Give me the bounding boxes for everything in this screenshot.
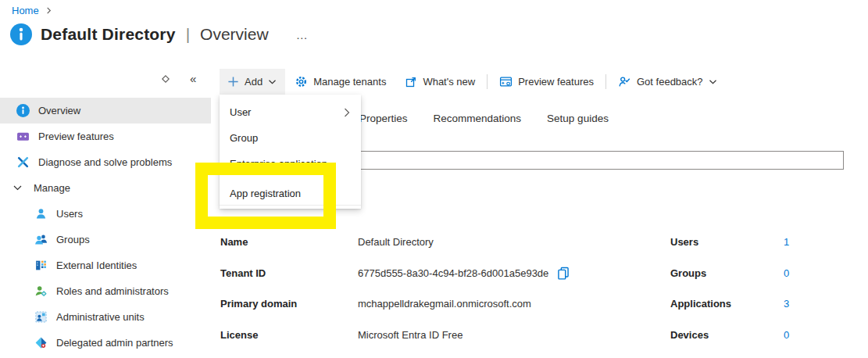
page-header: Default Directory | Overview …: [10, 23, 309, 45]
roles-administrators-icon: [34, 285, 48, 298]
window-gear-icon: [499, 75, 513, 88]
sidebar-group-manage[interactable]: Manage: [0, 175, 211, 201]
tools-icon: [16, 156, 30, 169]
add-dropdown-menu: User Group Enterprise application App re…: [220, 95, 361, 209]
info-icon: [10, 23, 32, 45]
external-link-icon: [405, 76, 417, 88]
devices-count-link[interactable]: 0: [784, 329, 789, 341]
sidebar-item-administrative-units[interactable]: Administrative units: [0, 304, 211, 330]
sidebar-item-overview[interactable]: Overview: [0, 98, 211, 124]
groups-count-link[interactable]: 0: [784, 267, 789, 279]
page-title: Default Directory: [41, 25, 176, 44]
stat-row-users: Users 1: [670, 227, 789, 258]
copy-icon[interactable]: [556, 266, 570, 280]
gear-icon: [295, 75, 308, 88]
tab-recommendations[interactable]: Recommendations: [434, 113, 522, 124]
toolbar-separator: [605, 74, 606, 89]
got-feedback-button[interactable]: Got feedback?: [609, 69, 727, 95]
menu-item-user[interactable]: User: [220, 99, 361, 125]
tab-setup-guides[interactable]: Setup guides: [547, 113, 609, 124]
field-row-license: License Microsoft Entra ID Free: [220, 320, 570, 351]
sidebar-item-preview-features[interactable]: Preview features: [0, 124, 211, 149]
chevron-down-icon: [709, 79, 717, 85]
preview-features-icon: [16, 130, 30, 143]
stat-row-groups: Groups 0: [670, 258, 789, 289]
sidebar-item-users[interactable]: Users: [0, 201, 211, 227]
title-separator: |: [186, 25, 190, 44]
external-identities-icon: [34, 259, 48, 272]
chevron-right-icon: [45, 7, 52, 14]
command-bar: Add Manage tenants What's new: [220, 69, 727, 95]
chevron-down-icon: [13, 184, 23, 192]
menu-gap: [220, 177, 361, 182]
manage-tenants-button[interactable]: Manage tenants: [285, 69, 395, 95]
pin-icon[interactable]: [162, 75, 170, 83]
tenant-details: Name Default Directory Tenant ID 6775d55…: [220, 227, 570, 350]
chevron-down-icon: [268, 79, 277, 85]
field-row-primary-domain: Primary domain mchappelldrakegmail.onmic…: [220, 288, 570, 320]
group-icon: [34, 233, 48, 246]
users-count-link[interactable]: 1: [784, 236, 789, 248]
tab-bar: Properties Recommendations Setup guides: [359, 113, 609, 124]
delegated-admin-partners-icon: [34, 336, 48, 349]
toolbar-separator: [487, 74, 488, 89]
sidebar-item-groups[interactable]: Groups: [0, 227, 211, 252]
sidebar-item-roles-administrators[interactable]: Roles and administrators: [0, 278, 211, 304]
stat-row-applications: Applications 3: [670, 288, 789, 320]
breadcrumb: Home: [12, 5, 52, 16]
applications-count-link[interactable]: 3: [784, 298, 789, 310]
tab-properties[interactable]: Properties: [359, 113, 408, 124]
person-feedback-icon: [618, 75, 631, 88]
sidebar-item-diagnose-solve-problems[interactable]: Diagnose and solve problems: [0, 149, 211, 175]
chevron-right-icon: [343, 108, 351, 117]
page-subtitle: Overview: [200, 25, 269, 44]
sidebar-item-external-identities[interactable]: External Identities: [0, 252, 211, 278]
administrative-units-icon: [34, 310, 48, 324]
add-button[interactable]: Add: [220, 69, 285, 95]
sidebar-nav: Overview Preview features Diagnose and s…: [0, 98, 211, 356]
collapse-sidebar-button[interactable]: «: [190, 72, 196, 85]
field-row-tenant-id: Tenant ID 6775d555-8a30-4c94-bf28-6d001a…: [220, 258, 570, 289]
menu-item-app-registration[interactable]: App registration: [220, 182, 361, 205]
breadcrumb-home-link[interactable]: Home: [12, 5, 39, 16]
field-row-name: Name Default Directory: [220, 227, 570, 258]
whats-new-button[interactable]: What's new: [395, 69, 484, 95]
preview-features-button[interactable]: Preview features: [490, 69, 603, 95]
menu-item-group[interactable]: Group: [220, 125, 361, 151]
info-icon: [16, 104, 30, 117]
tenant-stats: Users 1 Groups 0 Applications 3 Devices …: [670, 227, 789, 350]
user-icon: [34, 207, 48, 220]
menu-item-enterprise-application[interactable]: Enterprise application: [220, 151, 361, 177]
stat-row-devices: Devices 0: [670, 320, 789, 351]
menu-divider: [220, 205, 361, 206]
more-actions-button[interactable]: …: [296, 28, 309, 41]
sidebar-item-delegated-admin-partners[interactable]: Delegated admin partners: [0, 330, 211, 356]
plus-icon: [227, 76, 239, 88]
